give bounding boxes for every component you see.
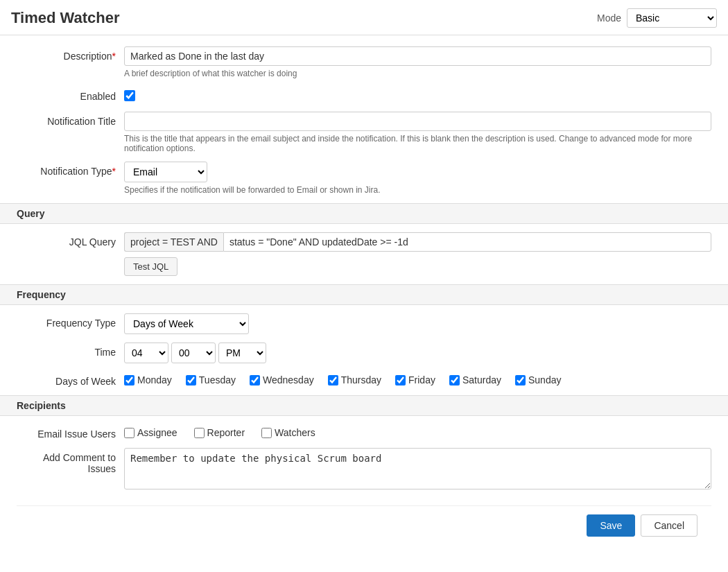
time-label: Time <box>17 343 124 358</box>
enabled-label: Enabled <box>17 87 124 102</box>
description-label: Description* <box>17 46 124 62</box>
reporter-label: Reporter <box>207 427 245 438</box>
email-issue-users-label: Email Issue Users <box>17 424 124 440</box>
day-wednesday: Wednesday <box>250 374 314 385</box>
enabled-row: Enabled <box>17 87 711 103</box>
watchers-checkbox[interactable] <box>261 428 272 438</box>
day-tuesday: Tuesday <box>186 374 236 385</box>
assignee-item: Assignee <box>124 427 177 438</box>
thursday-label: Thursday <box>341 374 381 385</box>
notification-type-hint: Specifies if the notification will be fo… <box>124 185 711 195</box>
time-content: 01020304 05060708 09101112 00153045 AMPM <box>124 343 711 363</box>
description-hint: A brief description of what this watcher… <box>124 69 711 78</box>
notification-type-select[interactable]: Email Jira <box>124 162 207 182</box>
notification-title-label: Notification Title <box>17 112 124 127</box>
notification-title-hint: This is the title that appears in the em… <box>124 134 711 153</box>
watchers-item: Watchers <box>261 427 315 438</box>
users-container: Assignee Reporter Watchers <box>124 424 711 438</box>
minute-select[interactable]: 00153045 <box>171 343 216 363</box>
notification-type-label: Notification Type* <box>17 162 124 177</box>
mode-container: Mode Basic Advanced <box>597 8 717 28</box>
recipients-section-header: Recipients <box>0 395 728 416</box>
mode-label: Mode <box>597 12 621 24</box>
frequency-type-select[interactable]: Days of Week Daily Weekly Monthly <box>124 313 249 334</box>
jql-label: JQL Query <box>17 232 124 248</box>
email-issue-users-row: Email Issue Users Assignee Reporter Watc… <box>17 424 711 440</box>
time-container: 01020304 05060708 09101112 00153045 AMPM <box>124 343 711 363</box>
enabled-content <box>124 87 711 103</box>
days-container: Monday Tuesday Wednesday Thursday Friday <box>124 372 711 385</box>
main-content: Description* A brief description of what… <box>0 35 728 559</box>
days-of-week-label: Days of Week <box>17 372 124 387</box>
notification-title-input[interactable] <box>124 112 711 131</box>
thursday-checkbox[interactable] <box>328 375 338 385</box>
wednesday-label: Wednesday <box>263 374 314 385</box>
notification-title-row: Notification Title This is the title tha… <box>17 112 711 153</box>
notification-title-content: This is the title that appears in the em… <box>124 112 711 153</box>
sunday-checkbox[interactable] <box>515 375 526 385</box>
jql-input-group: project = TEST AND <box>124 232 711 252</box>
days-of-week-row: Days of Week Monday Tuesday Wednesday Th… <box>17 372 711 387</box>
friday-checkbox[interactable] <box>395 375 406 385</box>
jql-input[interactable] <box>223 232 711 252</box>
header: Timed Watcher Mode Basic Advanced <box>0 0 728 35</box>
sunday-label: Sunday <box>528 374 561 385</box>
assignee-checkbox[interactable] <box>124 428 135 438</box>
tuesday-checkbox[interactable] <box>186 375 196 385</box>
description-content: A brief description of what this watcher… <box>124 46 711 78</box>
saturday-checkbox[interactable] <box>449 375 460 385</box>
monday-checkbox[interactable] <box>124 375 135 385</box>
tuesday-label: Tuesday <box>199 374 236 385</box>
frequency-type-row: Frequency Type Days of Week Daily Weekly… <box>17 313 711 334</box>
day-monday: Monday <box>124 374 172 385</box>
notification-type-row: Notification Type* Email Jira Specifies … <box>17 162 711 195</box>
add-comment-label: Add Comment to Issues <box>17 448 124 474</box>
app-title: Timed Watcher <box>11 9 119 27</box>
jql-content: project = TEST AND Test JQL <box>124 232 711 276</box>
test-jql-button[interactable]: Test JQL <box>124 257 177 276</box>
monday-label: Monday <box>137 374 172 385</box>
email-issue-users-content: Assignee Reporter Watchers <box>124 424 711 438</box>
add-comment-textarea[interactable]: Remember to update the physical Scrum bo… <box>124 448 711 489</box>
mode-select[interactable]: Basic Advanced <box>627 8 717 28</box>
watchers-label: Watchers <box>275 427 315 438</box>
frequency-type-content: Days of Week Daily Weekly Monthly <box>124 313 711 334</box>
days-of-week-content: Monday Tuesday Wednesday Thursday Friday <box>124 372 711 385</box>
day-sunday: Sunday <box>515 374 561 385</box>
time-row: Time 01020304 05060708 09101112 00153045… <box>17 343 711 363</box>
frequency-section-header: Frequency <box>0 284 728 305</box>
reporter-checkbox[interactable] <box>194 428 205 438</box>
ampm-select[interactable]: AMPM <box>218 343 266 363</box>
saturday-label: Saturday <box>462 374 501 385</box>
add-comment-row: Add Comment to Issues Remember to update… <box>17 448 711 492</box>
cancel-button[interactable]: Cancel <box>641 514 697 537</box>
description-input[interactable] <box>124 46 711 66</box>
wednesday-checkbox[interactable] <box>250 375 260 385</box>
notification-type-content: Email Jira Specifies if the notification… <box>124 162 711 195</box>
jql-prefix: project = TEST AND <box>124 232 223 252</box>
day-thursday: Thursday <box>328 374 381 385</box>
frequency-type-label: Frequency Type <box>17 313 124 329</box>
description-row: Description* A brief description of what… <box>17 46 711 78</box>
add-comment-content: Remember to update the physical Scrum bo… <box>124 448 711 492</box>
footer: Save Cancel <box>17 505 711 545</box>
assignee-label: Assignee <box>137 427 177 438</box>
reporter-item: Reporter <box>194 427 245 438</box>
hour-select[interactable]: 01020304 05060708 09101112 <box>124 343 168 363</box>
save-button[interactable]: Save <box>587 514 635 537</box>
jql-row: JQL Query project = TEST AND Test JQL <box>17 232 711 276</box>
enabled-checkbox[interactable] <box>124 90 135 101</box>
day-saturday: Saturday <box>449 374 501 385</box>
friday-label: Friday <box>408 374 435 385</box>
query-section-header: Query <box>0 203 728 224</box>
day-friday: Friday <box>395 374 435 385</box>
